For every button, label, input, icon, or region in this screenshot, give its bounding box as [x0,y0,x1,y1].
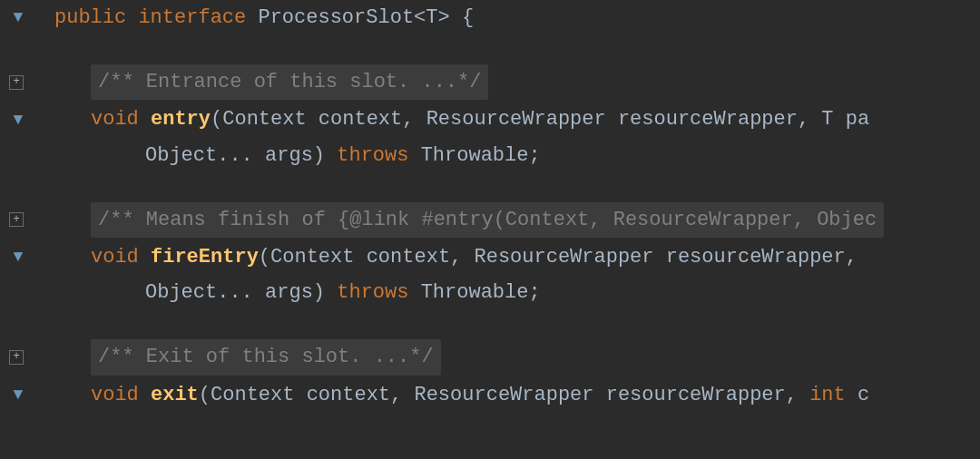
code-line-fireentry-1: ▼ void fireEntry(Context context, Resour… [0,239,980,275]
token-void-exit: void [91,384,151,406]
code-line-interface: ▼ public interface ProcessorSlot<T> { [0,0,980,35]
token-object-entry: Object... args) [145,144,337,167]
token-params-fireentry-1: (Context context, ResourceWrapper resour… [259,246,858,269]
line-content-exit-1: void exit(Context context, ResourceWrapp… [36,379,869,411]
token-void-fireentry: void [91,246,151,269]
code-editor: ▼ public interface ProcessorSlot<T> { + … [0,0,980,459]
token-generic: <T> { [414,6,474,29]
code-line-comment-2: + /** Means finish of {@link #entry(Cont… [0,200,980,239]
code-line-entry-2: Object... args) throws Throwable; [0,138,980,173]
fold-icon-1[interactable]: + [9,75,24,90]
blank-line-2 [0,173,980,200]
token-method-fireentry: fireEntry [151,246,259,269]
token-class: ProcessorSlot [258,6,414,29]
token-method-entry: entry [151,108,211,131]
code-line-exit-1: ▼ void exit(Context context, ResourceWra… [0,377,980,413]
token-object-fireentry: Object... args) [145,281,337,304]
fold-icon-3[interactable]: + [9,350,24,365]
gutter-fold-2[interactable]: + [0,212,36,227]
gutter-arrow-fireentry[interactable]: ▼ [0,244,36,270]
comment-text-1: /** Entrance of this slot. ...*/ [91,64,488,100]
fold-icon-2[interactable]: + [9,212,24,227]
comment-text-2: /** Means finish of {@link #entry(Contex… [91,202,884,238]
comment-text-3: /** Exit of this slot. ...*/ [91,339,441,375]
token-throws-fireentry: throws [337,281,420,304]
token-method-exit: exit [151,384,199,406]
blank-line-3 [0,310,980,337]
down-arrow-icon-entry: ▼ [14,107,24,133]
line-content-fireentry-2: Object... args) throws Throwable; [36,277,541,308]
line-content-fireentry-1: void fireEntry(Context context, Resource… [36,241,858,273]
blank-line-1 [0,35,980,63]
token-public: public [54,6,138,29]
gutter-arrow-entry[interactable]: ▼ [0,107,36,133]
token-int-exit: int [809,384,846,406]
token-throwable-entry: Throwable; [421,144,541,167]
down-arrow-icon: ▼ [14,5,24,31]
token-throws-entry: throws [337,144,420,167]
token-params-entry-1: (Context context, ResourceWrapper resour… [211,108,869,131]
gutter-fold-3[interactable]: + [0,350,36,365]
down-arrow-icon-fireentry: ▼ [14,244,24,270]
comment-content-3: /** Exit of this slot. ...*/ [36,339,441,375]
code-line-entry-1: ▼ void entry(Context context, ResourceWr… [0,102,980,137]
comment-content-2: /** Means finish of {@link #entry(Contex… [36,202,884,238]
code-line-comment-3: + /** Exit of this slot. ...*/ [0,337,980,376]
gutter-arrow-interface[interactable]: ▼ [0,5,36,31]
down-arrow-icon-exit: ▼ [14,382,24,408]
gutter-fold-1[interactable]: + [0,75,36,90]
token-params-exit-1: (Context context, ResourceWrapper resour… [199,384,809,406]
token-c-exit: c [846,384,869,406]
line-content-interface: public interface ProcessorSlot<T> { [36,2,474,34]
comment-content-1: /** Entrance of this slot. ...*/ [36,64,488,100]
line-content-entry-1: void entry(Context context, ResourceWrap… [36,103,869,135]
token-throwable-fireentry: Throwable; [421,281,541,304]
code-line-comment-1: + /** Entrance of this slot. ...*/ [0,63,980,102]
gutter-arrow-exit[interactable]: ▼ [0,382,36,408]
token-interface: interface [138,6,258,29]
line-content-entry-2: Object... args) throws Throwable; [36,140,541,171]
code-line-fireentry-2: Object... args) throws Throwable; [0,275,980,310]
token-void-entry: void [91,108,151,131]
